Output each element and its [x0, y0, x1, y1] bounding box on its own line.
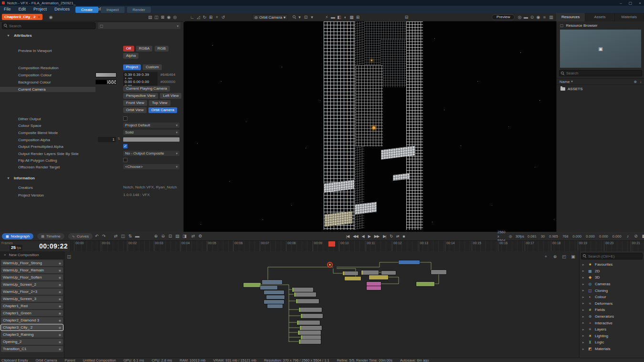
graph-node[interactable]: [301, 335, 321, 340]
display-icon[interactable]: ▬: [330, 14, 336, 21]
nodegraph-canvas[interactable]: ◫ +⊕◰▣: [64, 251, 579, 358]
visibility-icon[interactable]: ◉: [59, 311, 61, 315]
chevron-right-icon[interactable]: ▸: [582, 269, 585, 273]
visibility-icon[interactable]: ◉: [59, 261, 61, 265]
graph-node[interactable]: [369, 275, 388, 279]
visibility-icon[interactable]: ◉: [59, 347, 61, 351]
viewport-3d[interactable]: [184, 21, 556, 232]
effects-icon[interactable]: ⚡: [324, 14, 330, 21]
layout-icon[interactable]: ▤: [174, 233, 180, 239]
resources-search-input[interactable]: [565, 71, 642, 75]
redo-icon[interactable]: ↷: [101, 233, 107, 239]
mixer-icon[interactable]: ◧: [641, 233, 644, 239]
composition-item[interactable]: Opening_2◉: [1, 339, 63, 345]
visibility-icon[interactable]: ◉: [59, 326, 61, 329]
resolution-custom-button[interactable]: Custom: [143, 64, 162, 70]
chevron-right-icon[interactable]: ▸: [582, 334, 585, 338]
sphere-preview-icon[interactable]: ◐: [342, 14, 348, 21]
output-render-layers-select[interactable]: No - Output Composite ▾: [123, 151, 179, 156]
lock-icon[interactable]: ⊠: [159, 14, 166, 21]
record-icon[interactable]: ⊙: [529, 14, 535, 21]
resources-tab-resources[interactable]: Resources: [556, 13, 585, 21]
play-reverse-button[interactable]: ◀: [360, 234, 366, 238]
palette-category-favourites[interactable]: ▸★Favourites: [580, 261, 644, 268]
palette-category-logic[interactable]: ▸⊻Logic: [580, 339, 644, 346]
panel-toggle-icon[interactable]: ▥: [548, 14, 554, 21]
minimap-icon[interactable]: ▣: [570, 253, 576, 260]
attributes-search-input[interactable]: [8, 24, 95, 28]
orbit-tool-icon[interactable]: ↺: [220, 14, 226, 21]
close-button[interactable]: ×: [639, 1, 641, 5]
chevron-right-icon[interactable]: ▸: [582, 347, 585, 351]
capture-icon[interactable]: ◎: [517, 14, 523, 21]
preview-rgba-button[interactable]: RGBA: [136, 46, 153, 52]
resources-tab-assets[interactable]: Assets: [585, 13, 614, 21]
frame-forward-button[interactable]: ▶▶: [373, 234, 380, 238]
tiles-icon[interactable]: ⊞: [355, 14, 361, 21]
monitor-icon[interactable]: ▬: [523, 14, 529, 21]
tab-close-icon[interactable]: ×: [38, 15, 40, 19]
graph-node[interactable]: [361, 270, 379, 275]
eye-icon[interactable]: ◉: [166, 14, 172, 21]
chevron-right-icon[interactable]: ▸: [582, 289, 585, 292]
realtime-button[interactable]: ⇄: [395, 234, 401, 238]
composition-item[interactable]: WarmUp_Floor_Strong◉: [1, 260, 63, 266]
visibility-icon[interactable]: ◉: [59, 319, 61, 322]
play-button[interactable]: ▶: [367, 234, 372, 238]
composition-item[interactable]: WarmUp_Screen_2◉: [1, 281, 63, 288]
mode-tab-render[interactable]: Render: [127, 7, 151, 13]
graph-node[interactable]: [367, 286, 381, 290]
graph-node[interactable]: [292, 288, 313, 292]
editor-tab-nodegraph[interactable]: ▦Nodegraph: [2, 233, 33, 239]
camera-left-button[interactable]: Left View: [160, 93, 181, 99]
spinner-icon[interactable]: ⇅: [117, 137, 120, 141]
resources-tab-materials[interactable]: Materials: [615, 13, 644, 21]
pan-icon[interactable]: +: [543, 253, 549, 260]
camera-playing-button[interactable]: Current Playing Camera: [123, 86, 170, 92]
gizmo-marker[interactable]: [372, 126, 375, 129]
composition-item[interactable]: WarmUp_Floor_Soften◉: [1, 274, 63, 280]
graph-node[interactable]: [345, 277, 361, 280]
translate-gizmo-icon[interactable]: ∟: [189, 14, 195, 21]
timeline-ruler[interactable]: 00:0000:0100:0200:0300:0400:0500:0600:07…: [71, 241, 644, 251]
clipboard-icon[interactable]: ▤: [147, 14, 153, 21]
selected-node-marker[interactable]: [327, 262, 333, 268]
visibility-icon[interactable]: ◉: [59, 276, 61, 279]
graph-node[interactable]: [266, 295, 285, 299]
tab-options-icon[interactable]: ◉: [48, 14, 54, 21]
palette-category-fields[interactable]: ▸#Fields: [580, 307, 644, 313]
mode-tab-create[interactable]: Create: [75, 7, 98, 13]
visibility-icon[interactable]: ◉: [59, 340, 61, 343]
palette-category-deformers[interactable]: ▸≈Deformers: [580, 300, 644, 307]
import-icon[interactable]: ↓: [640, 80, 642, 84]
palette-category-interactive[interactable]: ▸+Interactive: [580, 320, 644, 326]
menu-edit[interactable]: Edit: [15, 7, 30, 11]
maximize-button[interactable]: ▢: [629, 1, 633, 5]
undo-icon[interactable]: ↶: [94, 233, 100, 239]
graph-node[interactable]: [298, 331, 321, 335]
visibility-icon[interactable]: ◉: [59, 333, 61, 336]
resources-search[interactable]: [559, 70, 642, 76]
camera-front-button[interactable]: Front View: [123, 100, 147, 106]
frame-back-button[interactable]: ◀◀: [351, 234, 359, 238]
grid-icon[interactable]: ▦: [348, 14, 355, 21]
visibility-icon[interactable]: ◉: [59, 269, 61, 272]
graph-node[interactable]: [399, 260, 420, 264]
palette-category-2d[interactable]: ▸▦2D: [580, 268, 644, 275]
background-colour-swatch[interactable]: [95, 80, 116, 84]
mute-icon[interactable]: ⊘: [633, 233, 639, 239]
go-start-button[interactable]: |◀: [345, 234, 350, 238]
visibility-icon[interactable]: ◉: [59, 304, 61, 308]
chevron-right-icon[interactable]: ▸: [582, 321, 585, 325]
go-end-button[interactable]: ▶|: [381, 234, 387, 238]
composition-item[interactable]: Chapter3_City_ 2◉: [1, 324, 63, 331]
camera-top-button[interactable]: Top View: [149, 100, 170, 106]
preview-button[interactable]: Preview: [492, 14, 515, 20]
audio-icon[interactable]: ♪: [625, 233, 631, 239]
tree-item-assets[interactable]: ASSETS: [557, 86, 644, 92]
preview-rgb-button[interactable]: RGB: [155, 46, 169, 52]
graph-node[interactable]: [264, 300, 284, 304]
preview-alpha-button[interactable]: Alpha: [123, 53, 138, 59]
mode-tab-inspect[interactable]: Inspect: [101, 7, 125, 13]
flip-polygon-culling-checkbox[interactable]: [123, 158, 127, 162]
